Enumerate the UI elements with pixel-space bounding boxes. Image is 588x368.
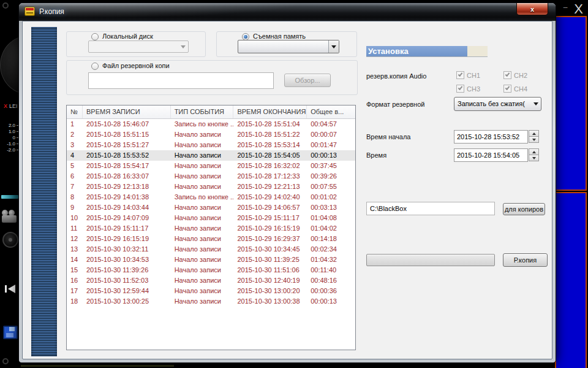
table-row[interactable]: 32015-10-28 15:51:27Начало записи2015-10… [67, 140, 355, 150]
table-cell: 2015-10-30 13:00:38 [233, 296, 307, 307]
local-disk-radio[interactable] [91, 33, 99, 40]
checkbox-checked-icon [456, 85, 464, 93]
column-header[interactable]: ВРЕМЯ ЗАПИСИ [83, 105, 171, 118]
backup-file-path-input[interactable] [88, 72, 274, 89]
host-close-glyph[interactable]: X [574, 1, 583, 17]
backup-format-combobox[interactable]: Записать без сжатия( [454, 97, 541, 111]
audio-backup-label: резерв.копия Audio [366, 72, 426, 80]
camera-icon[interactable] [2, 210, 19, 224]
table-cell: 2015-10-28 15:53:52 [83, 150, 171, 161]
table-row[interactable]: 132015-10-30 10:32:11Начало записи2015-1… [67, 244, 355, 255]
local-disk-label: Локальный диск [102, 33, 153, 40]
table-cell: 9 [67, 202, 83, 213]
table-row[interactable]: 82015-10-29 14:01:38Запись по кнопке ...… [67, 192, 355, 202]
dialog-title: Р.копия [39, 7, 64, 16]
table-cell: Начало записи [171, 296, 234, 307]
dialog-titlebar[interactable] [19, 3, 556, 21]
browse-button[interactable]: Обзор... [284, 74, 331, 87]
table-row[interactable]: 92015-10-29 14:03:44Начало записи2015-10… [67, 202, 355, 213]
table-row[interactable]: 72015-10-29 12:13:18Начало записи2015-10… [67, 182, 355, 192]
table-row[interactable]: 102015-10-29 14:07:09Начало записи2015-1… [67, 213, 355, 223]
table-cell: 2015-10-28 15:51:15 [83, 129, 171, 140]
table-row[interactable]: 42015-10-28 15:53:52Начало записи2015-10… [67, 150, 355, 161]
dialog-close-button[interactable]: x [516, 3, 548, 15]
table-header-row: №ВРЕМЯ ЗАПИСИТИП СОБЫТИЯВРЕМЯ ОКОНЧАНИЯО… [67, 105, 355, 119]
table-cell: 16 [67, 275, 83, 286]
column-header[interactable]: ВРЕМЯ ОКОНЧАНИЯ [233, 105, 307, 118]
chevron-down-icon [533, 102, 538, 108]
backup-file-radio[interactable] [91, 63, 99, 70]
host-knob-ring-top [2, 2, 9, 9]
table-cell: 14 [67, 255, 83, 265]
check-icon [458, 72, 463, 77]
table-cell: 2015-10-30 12:59:44 [83, 286, 171, 296]
table-row[interactable]: 162015-10-30 11:52:03Начало записи2015-1… [67, 275, 355, 286]
removable-memory-label: Съемная память [253, 33, 306, 40]
column-header[interactable]: ТИП СОБЫТИЯ [171, 105, 234, 118]
table-cell: 2015-10-30 13:00:20 [233, 286, 307, 296]
table-row[interactable]: 152015-10-30 11:39:26Начало записи2015-1… [67, 265, 355, 275]
local-disk-combobox[interactable] [88, 40, 189, 53]
check-icon [505, 85, 510, 90]
column-header[interactable]: Общее в... [307, 105, 355, 118]
checkbox-checked-icon [456, 71, 464, 79]
end-time-label: Время [366, 151, 386, 159]
backup-start-button[interactable]: Р.копия [503, 253, 548, 267]
video-panel-top [555, 16, 587, 191]
table-row[interactable]: 172015-10-30 12:59:44Начало записи2015-1… [67, 286, 355, 296]
copy-destination-button[interactable]: для копиров [503, 203, 545, 215]
skip-back-icon[interactable] [5, 285, 18, 293]
level-meter-bar [1, 195, 18, 199]
removable-memory-combobox[interactable] [238, 40, 339, 53]
table-cell: Начало записи [171, 286, 234, 296]
triangle-down-icon [532, 139, 536, 143]
table-row[interactable]: 122015-10-29 16:15:19Начало записи2015-1… [67, 234, 355, 244]
table-cell: 2015-10-29 14:01:38 [83, 192, 171, 202]
chevron-down-icon [331, 45, 336, 51]
table-cell: Начало записи [171, 150, 234, 161]
host-minimize-glyph[interactable]: − [563, 2, 568, 12]
recordings-table[interactable]: №ВРЕМЯ ЗАПИСИТИП СОБЫТИЯВРЕМЯ ОКОНЧАНИЯО… [66, 105, 356, 350]
table-row[interactable]: 12015-10-28 15:46:07Запись по кнопке ...… [67, 119, 355, 129]
spinner-down-button[interactable] [529, 155, 539, 161]
table-cell: 00:14:18 [307, 234, 355, 244]
channel-checkbox-ch1[interactable]: CH1 [456, 71, 480, 79]
table-cell: 01:04:08 [307, 213, 355, 223]
table-cell: 2015-10-30 13:00:25 [83, 296, 171, 307]
table-row[interactable]: 142015-10-30 10:34:53Начало записи2015-1… [67, 255, 355, 265]
table-row[interactable]: 22015-10-28 15:51:15Начало записи2015-10… [67, 129, 355, 140]
channel-checkbox-ch3[interactable]: CH3 [456, 85, 480, 93]
speaker-icon[interactable] [2, 232, 18, 248]
backup-progress-bar [366, 254, 495, 266]
scale-tick: 2.0 [1, 122, 20, 128]
save-floppy-icon[interactable] [3, 326, 18, 339]
table-row[interactable]: 62015-10-28 16:33:07Начало записи2015-10… [67, 171, 355, 182]
table-cell: 00:03:13 [307, 202, 355, 213]
end-time-input[interactable] [454, 148, 528, 162]
table-row[interactable]: 52015-10-28 15:54:17Начало записи2015-10… [67, 161, 355, 171]
table-cell: 2015-10-29 14:03:44 [83, 202, 171, 213]
column-header[interactable]: № [67, 105, 83, 118]
triangle-up-icon [532, 149, 536, 153]
table-cell: 00:01:02 [307, 192, 355, 202]
table-cell: 2015-10-30 11:51:06 [233, 265, 307, 275]
spinner-down-button[interactable] [529, 136, 539, 143]
start-time-spinner [529, 130, 539, 144]
channel-checkbox-ch2[interactable]: CH2 [503, 71, 527, 79]
host-knob-ring-bottom [2, 358, 9, 364]
table-cell: 00:39:26 [307, 171, 355, 182]
start-time-label: Время начала [366, 133, 410, 140]
destination-path-input[interactable] [366, 202, 495, 215]
table-row[interactable]: 112015-10-29 15:11:17Начало записи2015-1… [67, 223, 355, 234]
table-cell: 1 [67, 119, 83, 129]
table-cell: 8 [67, 192, 83, 202]
checkbox-checked-icon [503, 85, 511, 93]
table-cell: 2015-10-29 12:21:13 [233, 182, 307, 192]
start-time-input[interactable] [454, 130, 528, 144]
channel-checkbox-ch4[interactable]: CH4 [503, 85, 527, 93]
table-cell: 11 [67, 223, 83, 234]
table-row[interactable]: 182015-10-30 13:00:25Начало записи2015-1… [67, 296, 355, 307]
table-cell: 2015-10-29 16:15:19 [233, 223, 307, 234]
table-cell: 2015-10-28 15:51:22 [233, 129, 307, 140]
table-cell: 2015-10-29 16:29:37 [233, 234, 307, 244]
